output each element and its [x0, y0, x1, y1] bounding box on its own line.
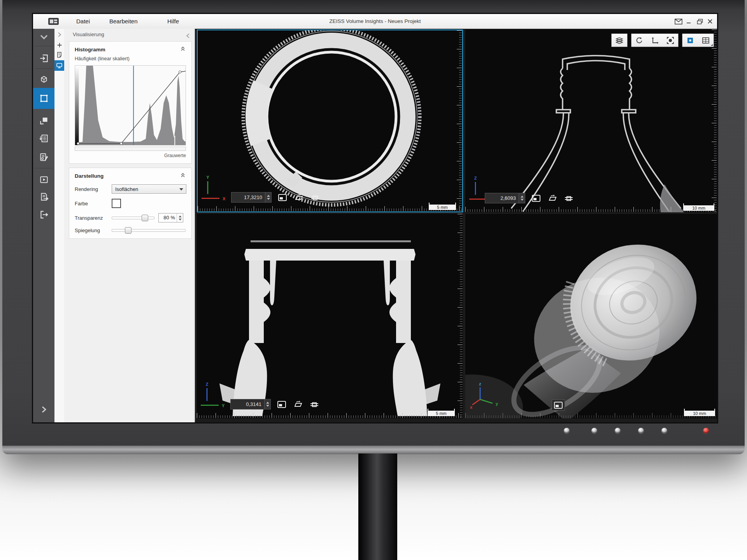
fit-view-button[interactable] [531, 194, 542, 203]
clipping-plane-button[interactable] [33, 112, 54, 129]
fit-view-button[interactable] [277, 193, 288, 202]
axis-label-vertical: Z [474, 176, 477, 180]
viewport-top-right[interactable]: Z X 2,6093 [465, 30, 717, 212]
viewport-top-left[interactable]: Y X 17,3210 [197, 30, 463, 212]
monitor-button-4[interactable] [638, 428, 644, 434]
panel-expand-button[interactable] [54, 30, 64, 39]
panel-collapse-button[interactable] [186, 32, 190, 43]
viewport-bottom-right[interactable]: z y x 10 mm [465, 214, 717, 418]
import-button[interactable] [33, 50, 54, 67]
scale-bar: 10 mm [684, 205, 714, 211]
video-button[interactable] [33, 171, 54, 188]
report-button[interactable] [33, 149, 54, 166]
rendering-dropdown[interactable]: Isoflächen [112, 184, 186, 194]
collapse-toolbar-button[interactable] [33, 31, 54, 44]
scale-bar: 5 mm [428, 411, 454, 416]
monitor-button-5[interactable] [661, 428, 667, 434]
histogram-collapse-button[interactable] [180, 46, 186, 53]
restore-icon [697, 19, 703, 24]
slice-position-spinner[interactable] [265, 192, 272, 203]
tilt-slice-button[interactable] [293, 400, 303, 409]
slice-position-field[interactable]: 0,3141 [230, 399, 265, 410]
monitor-power-button[interactable] [703, 428, 709, 434]
rotate-icon [635, 36, 644, 45]
histogram-marker [174, 136, 175, 145]
volume-render-3d [465, 214, 717, 418]
slice-position-field[interactable]: 2,6093 [485, 193, 519, 203]
control-point[interactable] [179, 71, 181, 73]
spin-up-icon [267, 195, 270, 197]
slice-position-field[interactable]: 17,3210 [231, 192, 265, 203]
fit-view-button[interactable] [276, 400, 287, 409]
ruler-horizontal [465, 413, 717, 418]
menu-datei[interactable]: Datei [76, 14, 90, 29]
slice-view-button[interactable] [33, 88, 54, 109]
axes-button[interactable] [647, 34, 663, 47]
menu-hilfe[interactable]: Hilfe [167, 14, 179, 29]
expand-toolbar-button[interactable] [33, 403, 54, 416]
control-point[interactable] [120, 142, 123, 145]
slice-position-spinner[interactable] [519, 193, 525, 203]
mirror-slider-thumb[interactable] [125, 227, 132, 234]
control-point[interactable] [77, 142, 79, 145]
visualization-panel: Visualisierung Histogramm [64, 29, 195, 422]
minimize-button[interactable] [684, 17, 693, 26]
color-swatch[interactable] [112, 199, 121, 208]
export-report-button[interactable] [33, 188, 54, 205]
histogram-range-slider[interactable] [75, 147, 186, 151]
slice-stack-button[interactable] [612, 34, 627, 47]
scale-bar: 5 mm [430, 205, 455, 210]
display-tab-button[interactable] [54, 60, 64, 71]
axis-label-vertical: Y [206, 175, 209, 180]
transparenz-label: Transparenz [75, 215, 112, 221]
mail-button[interactable] [674, 17, 683, 26]
monitor-button-1[interactable] [564, 428, 570, 434]
add-button[interactable] [54, 40, 64, 50]
histogram-plot[interactable] [75, 65, 186, 145]
display-icon [56, 63, 63, 69]
app-logo-icon [48, 18, 59, 25]
close-button[interactable] [706, 17, 714, 26]
volume-view-button[interactable] [33, 71, 54, 88]
monitor-button-3[interactable] [615, 428, 621, 434]
histogram-chart[interactable] [75, 66, 186, 145]
fit-view-icon [531, 194, 541, 202]
exit-button[interactable] [33, 206, 54, 223]
transparency-slider[interactable] [112, 217, 154, 219]
flat-slice-button[interactable] [563, 194, 574, 203]
rotate-view-button[interactable] [631, 34, 647, 47]
fit-view-icon [278, 194, 287, 201]
transparency-field[interactable]: 80 % [158, 213, 183, 222]
annotation-list-button[interactable] [33, 130, 54, 147]
single-view-icon [686, 36, 694, 45]
notes-tab-button[interactable] [54, 50, 64, 60]
ruler-horizontal [198, 206, 462, 212]
spin-down-icon [267, 198, 270, 200]
viewport-bottom-left[interactable]: Z Y 0,3141 [197, 214, 463, 418]
exit-icon [39, 210, 49, 220]
viewport-grid: Y X 17,3210 [195, 29, 717, 422]
flat-slice-button[interactable] [309, 400, 320, 409]
viewport-toolbar [611, 33, 714, 47]
clipping-plane-icon [39, 116, 49, 126]
mirror-slider[interactable] [112, 229, 186, 232]
single-view-button[interactable] [682, 34, 698, 47]
darstellung-title: Darstellung [75, 173, 103, 179]
cube-icon [39, 74, 49, 84]
fit-view-button[interactable] [552, 399, 565, 411]
transparency-slider-thumb[interactable] [142, 215, 148, 221]
center-focus-button[interactable] [663, 34, 678, 47]
darstellung-collapse-button[interactable] [180, 172, 186, 179]
scale-bar: 10 mm [685, 411, 714, 416]
spin-down-icon [266, 405, 269, 407]
flat-slice-button[interactable] [310, 193, 321, 202]
tilt-slice-button[interactable] [293, 193, 304, 202]
screen: Datei Bearbeiten Hilfe ZEISS Volume Insi… [33, 14, 717, 422]
menu-bearbeiten[interactable]: Bearbeiten [109, 14, 138, 29]
restore-button[interactable] [696, 17, 704, 26]
grid-layout-button[interactable] [698, 34, 714, 47]
tilt-slice-button[interactable] [547, 194, 558, 203]
slice-position-spinner[interactable] [265, 399, 271, 410]
transparency-spinner[interactable] [177, 214, 183, 222]
monitor-button-2[interactable] [591, 428, 597, 434]
